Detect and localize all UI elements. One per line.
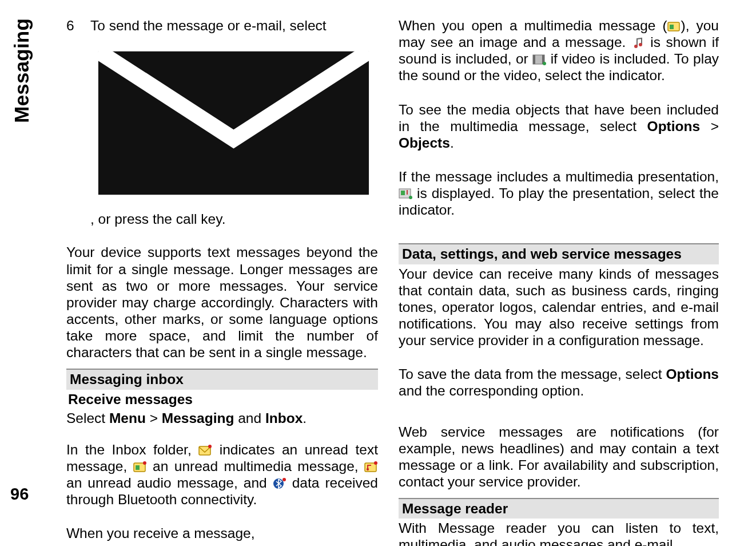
select-menu-line: Select Menu > Messaging and Inbox. [66, 410, 378, 426]
svg-point-7 [367, 468, 369, 470]
section-title-vertical: Messaging [10, 18, 33, 123]
objects-label: Objects [399, 135, 450, 151]
video-clip-icon [532, 53, 546, 66]
presentation-paragraph: If the message includes a multimedia pre… [399, 168, 719, 218]
left-column: 6 To send the message or e-mail, select … [66, 17, 378, 529]
text: . [450, 135, 454, 151]
data-paragraph-2: To save the data from the message, selec… [399, 366, 719, 399]
web-service-paragraph: Web service messages are notifications (… [399, 424, 719, 490]
options-label: Options [666, 366, 719, 382]
svg-rect-1 [199, 446, 210, 455]
text: an unread audio message, and [66, 475, 273, 490]
text: . [303, 410, 307, 426]
multimedia-message-icon [667, 20, 681, 33]
options-label: Options [647, 118, 701, 134]
text: To save the data from the message, selec… [399, 366, 666, 382]
step-number: 6 [66, 17, 75, 229]
unread-multimedia-icon [133, 461, 147, 473]
bluetooth-data-icon [273, 477, 287, 490]
svg-rect-17 [533, 55, 535, 64]
side-rail: Messaging 96 [10, 17, 46, 529]
send-envelope-icon [90, 35, 377, 211]
subsection-receive-messages: Receive messages [66, 391, 378, 407]
text: is displayed. To play the presentation, … [399, 185, 719, 217]
section-data-settings-web: Data, settings, and web service messages [399, 243, 719, 264]
svg-point-8 [374, 461, 377, 465]
section-messaging-inbox: Messaging inbox [66, 369, 378, 389]
text: > [146, 410, 162, 426]
text: Select [66, 410, 109, 426]
envelope-outline-icon [66, 544, 378, 546]
manual-page: Messaging 96 6 To send the message or e-… [0, 0, 756, 546]
svg-point-15 [639, 43, 642, 46]
reader-paragraph-1: With Message reader you can listen to te… [399, 520, 719, 546]
section-message-reader: Message reader [399, 498, 719, 519]
presentation-icon [399, 188, 412, 200]
unread-text-icon [198, 444, 212, 457]
text: If the message includes a multimedia pre… [399, 169, 719, 184]
svg-rect-13 [670, 25, 674, 29]
text: In the Inbox folder, [66, 442, 198, 457]
long-message-paragraph: Your device supports text messages beyon… [66, 244, 378, 361]
text: To send the message or e-mail, select [90, 18, 327, 33]
svg-rect-6 [365, 463, 376, 472]
text: When you receive a message, [66, 525, 255, 541]
data-paragraph-1: Your device can receive many kinds of me… [399, 266, 719, 349]
inbox-icons-paragraph: In the Inbox folder, indicates an unread… [66, 441, 378, 508]
step-text: To send the message or e-mail, select , … [90, 17, 377, 229]
svg-point-2 [208, 445, 212, 448]
text: When you open a multimedia message ( [399, 18, 667, 33]
text: , or press the call key. [90, 211, 225, 227]
unread-audio-icon [364, 461, 378, 473]
inbox-label: Inbox [265, 410, 303, 426]
svg-point-14 [634, 45, 638, 48]
right-column: When you open a multimedia message (), y… [399, 17, 719, 529]
media-objects-paragraph: To see the media objects that have been … [399, 101, 719, 151]
text: > [700, 118, 719, 134]
text: and the corresponding option. [399, 383, 584, 398]
open-mm-paragraph: When you open a multimedia message (), y… [399, 17, 719, 84]
svg-point-5 [143, 461, 146, 465]
receive-message-paragraph: When you receive a message, and 1 new me… [66, 525, 378, 546]
page-number: 96 [10, 485, 29, 504]
text: an unread multimedia message, [147, 458, 364, 474]
text: and [234, 410, 265, 426]
messaging-label: Messaging [162, 410, 234, 426]
sound-note-icon [631, 37, 645, 49]
svg-rect-4 [136, 465, 140, 470]
svg-point-10 [282, 478, 286, 481]
svg-rect-21 [401, 191, 405, 195]
step-6: 6 To send the message or e-mail, select … [66, 17, 378, 229]
menu-label: Menu [109, 410, 146, 426]
